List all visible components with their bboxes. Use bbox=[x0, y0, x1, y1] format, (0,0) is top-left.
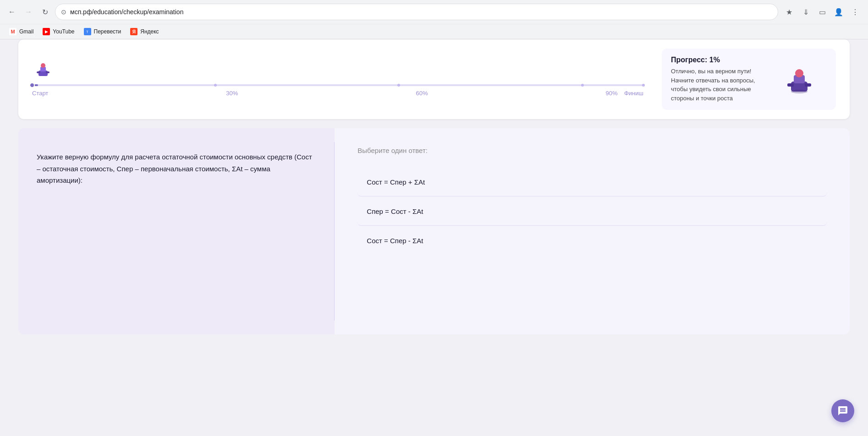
bookmark-yandex-label: Яндекс bbox=[140, 28, 159, 35]
character-right-icon bbox=[781, 60, 818, 97]
gmail-icon: M bbox=[9, 28, 16, 35]
translate-icon: T bbox=[84, 28, 91, 35]
menu-button[interactable]: ⋮ bbox=[848, 5, 863, 19]
svg-point-2 bbox=[41, 63, 45, 68]
url-input[interactable] bbox=[70, 8, 772, 16]
bookmark-youtube[interactable]: ▶ YouTube bbox=[39, 26, 78, 37]
svg-point-7 bbox=[795, 69, 803, 77]
progress-info: Прогресс: 1% Отлично, вы на верном пути!… bbox=[671, 56, 772, 103]
progress-character-right bbox=[781, 60, 818, 98]
character-top-icon bbox=[32, 58, 54, 80]
answer-option-1[interactable]: Сост = Спер + ΣAt bbox=[357, 168, 827, 196]
progress-card: Старт 30% 60% 90% Финиш Прогресс: 1% Отл… bbox=[18, 39, 850, 119]
browser-chrome: ← → ↻ ⊙ ★ ⇓ ▭ 👤 ⋮ M Gmail ▶ YouTube T Пе… bbox=[0, 0, 868, 39]
bookmark-button[interactable]: ★ bbox=[782, 5, 797, 19]
label-30: 30% bbox=[226, 90, 238, 97]
svg-rect-3 bbox=[37, 71, 40, 73]
progress-title: Прогресс: 1% bbox=[671, 56, 772, 64]
bookmark-youtube-label: YouTube bbox=[53, 28, 74, 35]
bookmarks-bar: M Gmail ▶ YouTube T Перевести Я Яндекс bbox=[0, 24, 868, 39]
security-icon: ⊙ bbox=[61, 8, 66, 16]
forward-button[interactable]: → bbox=[22, 5, 35, 18]
question-right: Выберите один ответ: Сост = Спер + ΣAt С… bbox=[335, 128, 850, 334]
bookmark-yandex[interactable]: Я Яндекс bbox=[126, 26, 162, 37]
progress-dot-60 bbox=[397, 84, 400, 87]
youtube-icon: ▶ bbox=[43, 28, 50, 35]
svg-rect-8 bbox=[787, 83, 794, 87]
progress-left: Старт 30% 60% 90% Финиш bbox=[32, 58, 643, 101]
answer-option-2[interactable]: Спер = Сост - ΣAt bbox=[357, 197, 827, 226]
progress-dot-end bbox=[642, 84, 645, 87]
browser-toolbar: ← → ↻ ⊙ ★ ⇓ ▭ 👤 ⋮ bbox=[0, 0, 868, 24]
svg-rect-4 bbox=[46, 71, 49, 73]
page-content: Старт 30% 60% 90% Финиш Прогресс: 1% Отл… bbox=[0, 39, 868, 436]
label-start: Старт bbox=[32, 90, 48, 97]
label-90-finish: 90% Финиш bbox=[605, 90, 643, 97]
chat-bubble-button[interactable] bbox=[831, 399, 854, 422]
progress-dot-90 bbox=[581, 84, 584, 87]
progress-labels: Старт 30% 60% 90% Финиш bbox=[32, 90, 643, 97]
answer-prompt: Выберите один ответ: bbox=[357, 147, 827, 154]
progress-dot-30 bbox=[214, 84, 217, 87]
progress-start-dot bbox=[29, 82, 35, 88]
back-button[interactable]: ← bbox=[5, 5, 18, 18]
question-card: Укажите верную формулу для расчета остат… bbox=[18, 128, 850, 334]
download-button[interactable]: ⇓ bbox=[798, 5, 813, 19]
label-60: 60% bbox=[416, 90, 428, 97]
chat-icon bbox=[837, 405, 848, 416]
bookmark-translate-label: Перевести bbox=[94, 28, 121, 35]
bookmark-translate[interactable]: T Перевести bbox=[80, 26, 125, 37]
refresh-button[interactable]: ↻ bbox=[38, 5, 51, 18]
bookmark-gmail-label: Gmail bbox=[19, 28, 33, 35]
split-screen-button[interactable]: ▭ bbox=[815, 5, 830, 19]
progress-description: Отлично, вы на верном пути! Начните отве… bbox=[671, 67, 772, 103]
browser-actions: ★ ⇓ ▭ 👤 ⋮ bbox=[782, 5, 863, 19]
svg-rect-9 bbox=[805, 83, 811, 87]
profile-button[interactable]: 👤 bbox=[831, 5, 846, 19]
bookmark-gmail[interactable]: M Gmail bbox=[5, 26, 37, 37]
question-left: Укажите верную формулу для расчета остат… bbox=[18, 128, 334, 334]
question-text: Укажите верную формулу для расчета остат… bbox=[37, 151, 316, 186]
yandex-icon: Я bbox=[130, 28, 137, 35]
address-bar: ⊙ bbox=[55, 4, 778, 20]
svg-point-10 bbox=[791, 90, 808, 93]
progress-track bbox=[32, 84, 643, 86]
answer-option-3[interactable]: Сост = Спер - ΣAt bbox=[357, 227, 827, 255]
progress-right: Прогресс: 1% Отлично, вы на верном пути!… bbox=[662, 49, 836, 110]
